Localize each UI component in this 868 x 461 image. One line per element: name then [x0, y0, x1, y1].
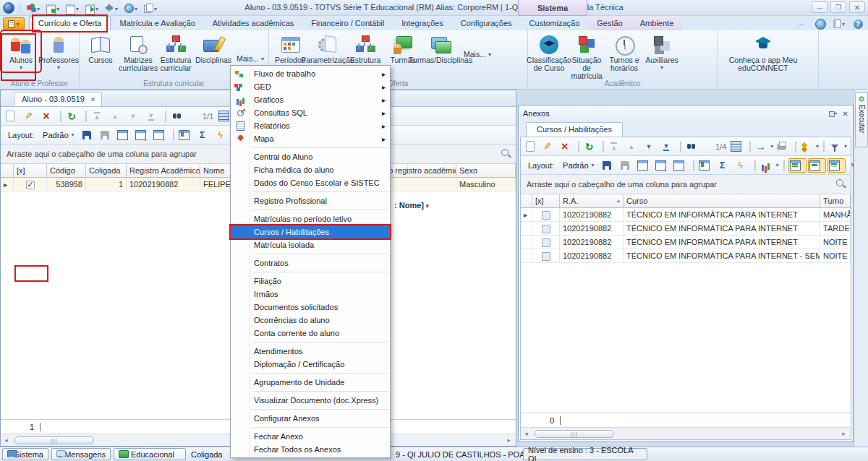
scroll-right-icon[interactable]: ▸ [838, 430, 849, 437]
checkbox-icon[interactable] [542, 238, 550, 247]
menu-item[interactable]: Dados do Censo Escolar e SISTEC [231, 176, 390, 189]
save-layout-icon[interactable]: ▾ [80, 128, 97, 142]
row-checkbox[interactable] [532, 249, 560, 262]
row-checkbox[interactable] [532, 222, 560, 235]
ribbon-estrutura-curricular-button[interactable]: Estrutura curricular ▾ [157, 32, 195, 72]
menu-item[interactable]: Mapa [231, 132, 390, 145]
first-record-icon[interactable]: ▾ [90, 109, 107, 124]
edit-record-icon[interactable]: ▾ [22, 109, 38, 124]
column-header[interactable]: [x] [14, 164, 47, 177]
column-header[interactable]: R.A. [560, 194, 624, 207]
menu-item[interactable] [231, 251, 390, 257]
menu-item[interactable] [231, 389, 390, 394]
menu-item[interactable]: Visualizar Documento (doc.Xpress) [231, 394, 390, 407]
layout-select[interactable]: Padrão [38, 130, 79, 140]
globe-icon[interactable] [123, 1, 138, 14]
record-counter[interactable]: 1/4 ▾ [702, 139, 729, 154]
quick-actions-icon[interactable]: ▾ [734, 158, 751, 173]
menu-item[interactable] [231, 371, 390, 376]
delete-record-icon[interactable]: ▾ [558, 139, 574, 154]
ribbon-cursos-button[interactable]: Cursos ▾ [82, 32, 119, 72]
find-icon[interactable]: ▾ [685, 139, 701, 154]
last-record-icon[interactable]: ▾ [145, 109, 161, 124]
refresh-icon[interactable]: ▾ [65, 109, 82, 124]
export-layout-icon[interactable]: ▾ [153, 128, 169, 142]
find-icon[interactable]: ▾ [170, 109, 187, 124]
menu-item[interactable]: Ocorrências do aluno [231, 314, 390, 327]
anexos-tab-cursos[interactable]: Cursos / Habilitações [526, 122, 623, 137]
document-tab-aluno[interactable]: Aluno - 03.9.0519 [14, 92, 102, 106]
minimize-ribbon-icon[interactable] [796, 19, 807, 29]
ribbon-tab[interactable]: Matrícula e Avaliação [111, 17, 203, 30]
ribbon-tab[interactable]: Currículo e Oferta [29, 16, 111, 30]
menu-item[interactable]: Filiação [231, 275, 390, 288]
view-style-1-icon[interactable]: ▾ [788, 158, 807, 173]
export-layout-icon[interactable]: ▾ [673, 158, 689, 173]
search-icon[interactable] [836, 179, 843, 186]
window-icon[interactable] [64, 1, 80, 14]
view-style-3-icon[interactable]: ▾ [827, 158, 846, 173]
menu-item[interactable]: Atendimentos [231, 345, 390, 358]
app-orb-icon[interactable] [3, 2, 14, 14]
menu-item[interactable] [231, 407, 390, 412]
horizontal-scrollbar[interactable]: ◂ ||| ▸ [521, 427, 851, 439]
scrollbar-thumb[interactable]: ||| [14, 436, 94, 444]
menu-item[interactable]: Registro Profissional [231, 194, 390, 207]
totals-icon[interactable]: ▾ [716, 158, 733, 173]
checkbox-checked-icon[interactable] [26, 181, 35, 189]
menu-item[interactable] [231, 207, 390, 212]
ribbon-tab[interactable]: Atividades acadêmicas [204, 17, 303, 30]
column-header[interactable]: Turno [820, 194, 851, 207]
menu-item[interactable]: Relatórios [231, 119, 390, 132]
ribbon-disciplinas-button[interactable]: Disciplinas ▾ [195, 32, 232, 72]
ribbon-tab[interactable]: Configurações [452, 17, 521, 30]
refresh-icon[interactable]: ▾ [583, 139, 599, 154]
next-record-icon[interactable]: ▾ [642, 139, 658, 154]
shapes-icon[interactable] [103, 1, 119, 14]
grid-layout-icon[interactable]: ▾ [637, 158, 653, 173]
ribbon-tab[interactable]: Customização [521, 17, 589, 30]
menu-item[interactable]: Central do Aluno [231, 150, 390, 163]
statusbar-mensagens-button[interactable]: Mensagens [51, 448, 111, 460]
new-window-icon[interactable] [45, 1, 60, 14]
filter-icon[interactable]: ▾ [828, 139, 848, 154]
export-icon[interactable]: ▾ [754, 139, 774, 154]
grid-view-icon[interactable]: ▾ [730, 139, 746, 154]
ribbon-tab[interactable]: Integrações [393, 17, 451, 30]
ribbon-alunos-button[interactable]: Alunos ▾ [2, 32, 40, 71]
save-layout-icon[interactable]: ▾ [600, 158, 617, 173]
column-header[interactable]: Registro Acadêmico [127, 164, 200, 177]
ribbon-professores-button[interactable]: Professores ▾ [40, 32, 77, 71]
ribbon-matrizes-button[interactable]: Matrizes curriculares ▾ [119, 32, 157, 72]
menu-item[interactable] [231, 270, 390, 275]
menu-item[interactable]: GED [231, 80, 390, 93]
view-style-2-icon[interactable]: ▾ [808, 158, 826, 173]
column-header[interactable] [1, 164, 14, 177]
column-header[interactable]: [x] [532, 194, 560, 207]
scroll-left-icon[interactable]: ◂ [1, 436, 12, 444]
print-icon[interactable]: ▾ [775, 139, 791, 154]
menu-item[interactable] [231, 145, 390, 150]
restore-button[interactable] [830, 1, 846, 13]
ribbon-turnos-button[interactable]: Turnos e horários ▾ [605, 32, 643, 80]
layout-switch-icon[interactable] [833, 19, 845, 29]
menu-item[interactable] [231, 189, 390, 194]
help-icon[interactable] [852, 19, 864, 29]
ribbon-tab[interactable]: Ambiente [631, 17, 682, 30]
save-layout-as-icon[interactable]: ▾ [618, 158, 635, 173]
column-header[interactable] [521, 194, 532, 207]
menu-item[interactable] [231, 340, 390, 345]
next-record-icon[interactable]: ▾ [127, 109, 143, 124]
previous-record-icon[interactable]: ▾ [109, 109, 125, 124]
ribbon-educonnect-button[interactable]: Conheça o app Meu eduCONNECT ▾ [720, 32, 807, 72]
totals-icon[interactable]: ▾ [196, 128, 213, 142]
chart-icon[interactable]: ▾ [760, 158, 780, 173]
scroll-right-icon[interactable]: ▸ [503, 436, 514, 444]
checkbox-icon[interactable] [542, 252, 550, 261]
menu-item[interactable]: Contratos [231, 257, 390, 270]
menu-item[interactable]: Consultas SQL [231, 106, 390, 119]
app-menu-button[interactable] [3, 17, 25, 30]
record-counter[interactable]: 1/1 ▾ [188, 109, 216, 124]
menu-item[interactable]: Diplomação / Certificação [231, 358, 390, 371]
close-button[interactable] [849, 1, 865, 13]
